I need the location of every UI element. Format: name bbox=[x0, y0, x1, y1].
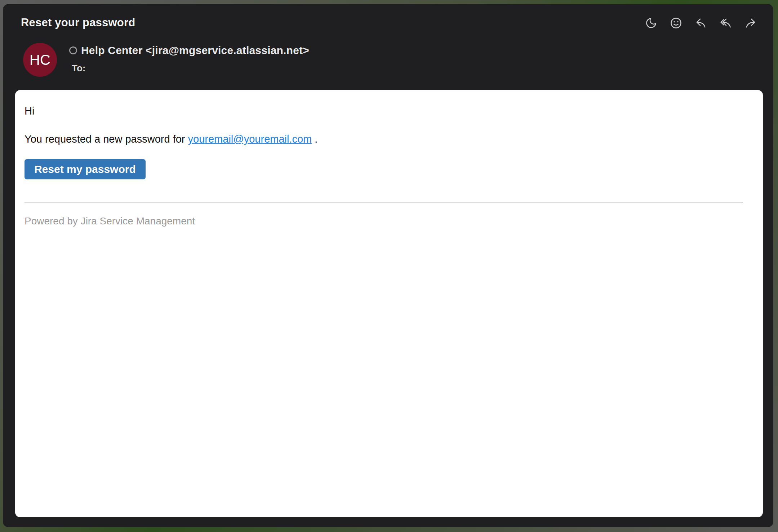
moon-icon bbox=[645, 17, 657, 29]
email-body-panel: Hi You requested a new password for your… bbox=[15, 90, 763, 517]
body-text-prefix: You requested a new password for bbox=[25, 133, 188, 145]
to-label: To: bbox=[72, 63, 309, 74]
reply-all-button[interactable] bbox=[720, 17, 732, 29]
forward-icon bbox=[744, 17, 757, 29]
footer-divider bbox=[25, 202, 743, 202]
email-address-link[interactable]: youremail@youremail.com bbox=[188, 133, 312, 145]
circle-outline-icon[interactable] bbox=[69, 46, 77, 54]
greeting-text: Hi bbox=[25, 104, 743, 117]
sender-block: HC Help Center <jira@mgservice.atlassian… bbox=[3, 43, 773, 77]
reply-icon bbox=[695, 17, 707, 29]
forward-button[interactable] bbox=[744, 17, 757, 29]
powered-by-text: Powered by Jira Service Management bbox=[25, 215, 743, 227]
mail-message-window: Reset your password bbox=[3, 4, 773, 527]
message-toolbar bbox=[645, 17, 757, 29]
message-subject: Reset your password bbox=[21, 16, 135, 29]
sender-avatar: HC bbox=[23, 43, 57, 77]
emoji-reaction-button[interactable] bbox=[670, 17, 682, 29]
snooze-button[interactable] bbox=[645, 17, 657, 29]
body-text-suffix: . bbox=[312, 133, 317, 145]
sender-name: Help Center <jira@mgservice.atlassian.ne… bbox=[81, 44, 309, 57]
smiley-icon bbox=[670, 17, 682, 29]
reset-password-button[interactable]: Reset my password bbox=[25, 159, 146, 179]
reply-button[interactable] bbox=[695, 17, 707, 29]
reply-all-icon bbox=[720, 17, 732, 29]
body-text: You requested a new password for yourema… bbox=[25, 132, 743, 146]
sender-meta: Help Center <jira@mgservice.atlassian.ne… bbox=[69, 43, 309, 74]
message-header: Reset your password bbox=[3, 4, 773, 29]
